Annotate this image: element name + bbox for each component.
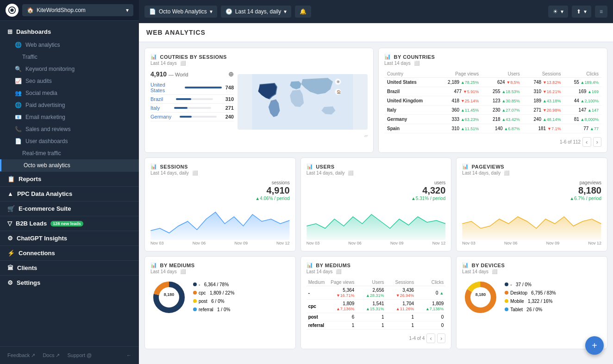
table-row: cpc 1,809 ▲7,136% 1,541 ▲15.31% 1,704 ▲1… — [306, 300, 446, 313]
sidebar-section-chatgpt[interactable]: ⚙ ChatGPT Insights — [0, 231, 139, 245]
pageviews-chart-area — [462, 203, 601, 240]
country-row[interactable]: United States 748 — [150, 81, 234, 95]
sidebar-item-keyword-monitoring[interactable]: 🔍 Keyword monitoring — [0, 63, 139, 75]
by-mediums-donut-card: 📊 BY MEDIUMS Last 14 days ⬜ — [144, 256, 296, 349]
export-icon5[interactable]: ⬜ — [504, 170, 509, 176]
col-medium: Medium — [306, 279, 327, 286]
sidebar-item-user-dashboards[interactable]: 📄 User dashboards — [0, 135, 139, 147]
country-row[interactable]: Italy 271 — [150, 104, 234, 113]
by-mediums-donut-subtitle: Last 14 days ⬜ — [150, 269, 290, 274]
sessions-value: 4,910 — [255, 185, 289, 196]
sidebar-item-traffic[interactable]: Traffic — [0, 51, 139, 63]
table-row: United States 2,189 ▲78.25% 624 ▼8.5% 74… — [384, 78, 601, 87]
sidebar-item-octo-analytics[interactable]: Octo web analytics — [0, 159, 139, 171]
shop-icon: 🏠 — [27, 7, 34, 13]
export-icon3[interactable]: ⬜ — [192, 170, 198, 176]
sidebar-item-paid-advertising[interactable]: 🌐 Paid advertising — [0, 99, 139, 111]
sidebar-item-web-analytics[interactable]: 🌐 Web analytics — [0, 39, 139, 51]
legend-item: cpc 1,809 / 22% — [193, 289, 234, 297]
prev-page-btn[interactable]: ‹ — [582, 137, 591, 147]
sidebar-section-reports[interactable]: 📋 Reports — [0, 171, 139, 186]
mediums-prev-btn[interactable]: ‹ — [426, 333, 435, 343]
sidebar-item-realtime-traffic[interactable]: Real-time traffic — [0, 147, 139, 159]
support-link[interactable]: Support @ — [68, 352, 92, 358]
export-icon6[interactable]: ⬜ — [180, 269, 186, 274]
docs-link[interactable]: Docs ↗ — [43, 352, 60, 358]
page-title-bar: WEB ANALYTICS — [139, 23, 613, 42]
sessions-stat: sessions 4,910 ▲4.06% / period — [255, 180, 289, 201]
export-icon7[interactable]: ⬜ — [336, 269, 341, 274]
chart-icon5: 📊 — [462, 163, 469, 169]
sidebar-section-settings[interactable]: ⚙ Settings — [0, 275, 139, 290]
by-devices-card: 📊 BY DEVICES Last 14 days ⬜ — [456, 256, 607, 349]
bell-icon: 🔔 — [300, 8, 306, 15]
add-icon[interactable]: ⊕ — [228, 70, 234, 78]
export-icon[interactable]: ⬜ — [180, 61, 186, 66]
table-row: - 5,364 ▼16.71% 2,656 ▲28.31% 3,436 ▼26.… — [306, 286, 446, 300]
sidebar-item-seo-audits[interactable]: 📈 Seo audits — [0, 75, 139, 87]
email-icon: 📧 — [15, 114, 22, 120]
map-label: ▱ — [364, 133, 368, 138]
by-countries-title: 📊 BY COUNTRIES — [384, 54, 601, 60]
phone-icon: 📞 — [15, 126, 22, 132]
sidebar-section-b2b[interactable]: ▽ B2B Leads 128 new leads — [0, 216, 139, 231]
mediums-table: Medium Page views Users Sessions Clicks … — [306, 279, 446, 330]
chart-icon2: 📊 — [384, 54, 391, 60]
shop-selector[interactable]: 🏠 KiteWorldShop.com ▾ — [22, 4, 133, 16]
table-row: United Kingdom 418 ▼25.14% 123 ▲30.85% 1… — [384, 96, 601, 106]
country-row[interactable]: Brazil 310 — [150, 95, 234, 104]
back-btn[interactable]: ← — [126, 352, 131, 358]
analytics-selector-label: Octo Web Analytics — [159, 8, 207, 15]
sidebar-section-ecommerce[interactable]: 🛒 E-commerce Suite — [0, 201, 139, 216]
pageviews-change: ▲6.7% / period — [569, 196, 601, 201]
pageviews-x-labels: Nov 03 Nov 06 Nov 09 Nov 12 — [462, 241, 601, 245]
table-row: post 6 1 1 0 — [306, 313, 446, 321]
ppc-label: PPC Data Analytics — [17, 190, 72, 197]
legend-item: post 6 / 0% — [193, 297, 234, 306]
connections-label: Connections — [19, 250, 55, 257]
export-icon8[interactable]: ⬜ — [492, 269, 497, 274]
b2b-icon: ▽ — [7, 220, 12, 227]
by-mediums-donut-title: 📊 BY MEDIUMS — [150, 262, 290, 268]
fab-add-btn[interactable]: + — [585, 336, 604, 355]
sidebar-section-connections[interactable]: ⚡ Connections — [0, 245, 139, 260]
bottom-row: 📊 BY MEDIUMS Last 14 days ⬜ — [144, 256, 607, 349]
col-clicks: Clicks — [563, 70, 601, 78]
theme-selector[interactable]: ☀ ▾ — [548, 6, 568, 18]
users-title: 📊 USERS — [306, 163, 446, 169]
main-content: 📄 Octo Web Analytics ▾ 🕐 Last 14 days, d… — [139, 0, 613, 364]
map-expand: ▱ — [238, 133, 368, 138]
sidebar-item-sales-reviews[interactable]: 📞 Sales and reviews — [0, 123, 139, 135]
dashboards-label: Dashboards — [16, 28, 51, 35]
dashboard-grid: 📊 COUTRIES BY SESSIONS Last 14 days ⬜ 4,… — [139, 48, 613, 355]
page-title: WEB ANALYTICS — [146, 29, 606, 36]
next-page-btn[interactable]: › — [593, 137, 601, 147]
menu-btn[interactable]: ≡ — [595, 6, 607, 18]
country-list: United States 748 Brazil 310 Italy 271 G… — [150, 81, 234, 121]
clients-icon: 🏛 — [7, 264, 13, 271]
map-area: ⊕ 🏠 ▱ — [238, 70, 368, 138]
country-row[interactable]: Germany 240 — [150, 113, 234, 121]
feedback-link[interactable]: Feedback ↗ — [7, 352, 35, 358]
col-sessions: Sessions — [523, 70, 564, 78]
sidebar-item-email-marketing[interactable]: 📧 Email marketing — [0, 111, 139, 123]
devices-donut-wrap: 8,180 - 37 / 0%Desktop 6,795 / 83%Mobile… — [462, 279, 601, 316]
sidebar-item-social-media[interactable]: 👥 Social media — [0, 87, 139, 99]
mediums-next-btn[interactable]: › — [437, 333, 445, 343]
chart-icon6: 📊 — [150, 262, 157, 268]
sidebar: 🏠 KiteWorldShop.com ▾ ⊞ Dashboards 🌐 Web… — [0, 0, 139, 364]
export-icon4[interactable]: ⬜ — [348, 170, 353, 176]
menu-icon: ≡ — [600, 8, 603, 15]
sessions-chart-area — [150, 203, 290, 240]
notification-btn[interactable]: 🔔 — [295, 6, 311, 18]
sidebar-section-dashboards[interactable]: ⊞ Dashboards — [0, 25, 139, 39]
legend-item: Tablet 26 / 0% — [505, 306, 556, 314]
analytics-selector[interactable]: 📄 Octo Web Analytics ▾ — [144, 6, 217, 18]
share-selector[interactable]: ⬆ ▾ — [572, 6, 591, 18]
chart-icon3: 📊 — [150, 163, 157, 169]
export-icon2[interactable]: ⬜ — [414, 61, 419, 66]
date-selector[interactable]: 🕐 Last 14 days, daily ▾ — [221, 6, 291, 18]
sidebar-section-ppc[interactable]: ▲ PPC Data Analytics — [0, 186, 139, 201]
sidebar-section-clients[interactable]: 🏛 Clients — [0, 260, 139, 275]
web-analytics-label: Web analytics — [25, 42, 60, 48]
